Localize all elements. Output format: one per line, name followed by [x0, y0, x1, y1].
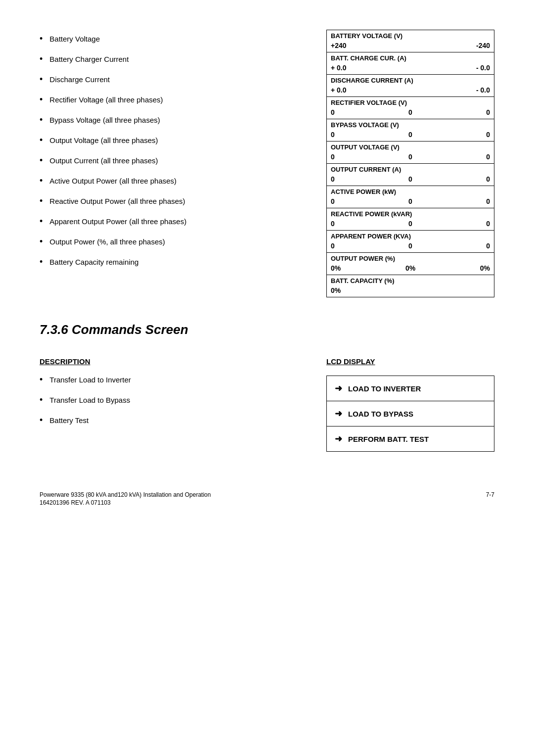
table-row: OUTPUT CURRENT (A)000 [327, 164, 494, 186]
list-item: Battery Capacity remaining [40, 258, 307, 267]
cell-values: 000 [327, 107, 494, 119]
cell-values: 000 [327, 130, 494, 141]
arrow-icon: ➜ [335, 383, 342, 394]
list-item: Battery Test [40, 416, 307, 425]
data-table: BATTERY VOLTAGE (V)+240-240BATT. CHARGE … [326, 30, 494, 297]
table-row: DISCHARGE CURRENT (A)+ 0.0- 0.0 [327, 75, 494, 97]
list-item: Reactive Output Power (all three phases) [40, 197, 307, 206]
cell-values: 000 [327, 174, 494, 186]
table-row: BATTERY VOLTAGE (V)+240-240 [327, 30, 494, 52]
list-item: Rectifier Voltage (all three phases) [40, 95, 307, 105]
table-row: OUTPUT POWER (%)0%0%0% [327, 253, 494, 275]
cell-values: + 0.0- 0.0 [327, 85, 494, 96]
bottom-left: DESCRIPTION Transfer Load to InverterTra… [40, 357, 307, 452]
cell-header: BATTERY VOLTAGE (V) [327, 30, 494, 41]
bottom-section: DESCRIPTION Transfer Load to InverterTra… [40, 357, 494, 452]
description-header: DESCRIPTION [40, 357, 307, 366]
page-layout: Battery VoltageBattery Charger CurrentDi… [40, 20, 494, 506]
lcd-row: ➜LOAD TO INVERTER [327, 376, 494, 401]
right-column: BATTERY VOLTAGE (V)+240-240BATT. CHARGE … [326, 30, 494, 297]
top-bullet-list: Battery VoltageBattery Charger CurrentDi… [40, 35, 307, 267]
list-item: Apparent Output Power (all three phases) [40, 217, 307, 227]
cell-header: DISCHARGE CURRENT (A) [327, 75, 494, 85]
lcd-row: ➜PERFORM BATT. TEST [327, 426, 494, 451]
table-row: ACTIVE POWER (kW)000 [327, 186, 494, 208]
list-item: Battery Voltage [40, 35, 307, 44]
lcd-row: ➜LOAD TO BYPASS [327, 401, 494, 426]
table-row: REACTIVE POWER (kVAR)000 [327, 208, 494, 231]
footer-line1: Powerware 9335 (80 kVA and120 kVA) Insta… [40, 491, 211, 498]
cell-values: +240-240 [327, 41, 494, 52]
cell-values: 000 [327, 196, 494, 208]
table-row: BATT. CHARGE CUR. (A)+ 0.0- 0.0 [327, 52, 494, 75]
table-row: APPARENT POWER (KVA)000 [327, 231, 494, 253]
list-item: Output Voltage (all three phases) [40, 136, 307, 145]
table-row: BATT. CAPACITY (%)0% [327, 275, 494, 297]
cell-header: OUTPUT POWER (%) [327, 253, 494, 263]
cell-values: 000 [327, 152, 494, 163]
cell-header: RECTIFIER VOLTAGE (V) [327, 97, 494, 107]
list-item: Output Power (%, all three phases) [40, 237, 307, 247]
list-item: Active Output Power (all three phases) [40, 177, 307, 186]
footer-line2: 164201396 REV. A 071103 [40, 499, 211, 506]
cell-header: OUTPUT VOLTAGE (V) [327, 142, 494, 152]
bottom-bullet-list: Transfer Load to InverterTransfer Load t… [40, 376, 307, 425]
table-row: RECTIFIER VOLTAGE (V)000 [327, 97, 494, 119]
footer: Powerware 9335 (80 kVA and120 kVA) Insta… [40, 491, 494, 506]
cell-header: BYPASS VOLTAGE (V) [327, 119, 494, 130]
lcd-label: PERFORM BATT. TEST [348, 435, 429, 443]
footer-page: 7-7 [486, 491, 494, 506]
table-row: OUTPUT VOLTAGE (V)000 [327, 142, 494, 164]
list-item: Transfer Load to Bypass [40, 396, 307, 405]
cell-header: ACTIVE POWER (kW) [327, 186, 494, 196]
cell-values: 000 [327, 219, 494, 230]
table-row: BYPASS VOLTAGE (V)000 [327, 119, 494, 142]
bottom-right: LCD DISPLAY ➜LOAD TO INVERTER➜LOAD TO BY… [326, 357, 494, 452]
list-item: Battery Charger Current [40, 55, 307, 64]
lcd-header: LCD DISPLAY [326, 357, 494, 366]
list-item: Transfer Load to Inverter [40, 376, 307, 385]
footer-left: Powerware 9335 (80 kVA and120 kVA) Insta… [40, 491, 211, 506]
lcd-display-box: ➜LOAD TO INVERTER➜LOAD TO BYPASS➜PERFORM… [326, 376, 494, 452]
cell-header: BATT. CAPACITY (%) [327, 275, 494, 285]
section-heading: 7.3.6 Commands Screen [40, 322, 494, 337]
cell-values: 0%0%0% [327, 263, 494, 275]
cell-header: BATT. CHARGE CUR. (A) [327, 52, 494, 63]
lcd-label: LOAD TO BYPASS [348, 410, 413, 418]
lcd-label: LOAD TO INVERTER [348, 384, 421, 393]
arrow-icon: ➜ [335, 433, 342, 444]
cell-header: OUTPUT CURRENT (A) [327, 164, 494, 174]
left-column: Battery VoltageBattery Charger CurrentDi… [40, 30, 307, 297]
cell-values: 000 [327, 241, 494, 252]
cell-header: REACTIVE POWER (kVAR) [327, 208, 494, 219]
arrow-icon: ➜ [335, 408, 342, 419]
cell-header: APPARENT POWER (KVA) [327, 231, 494, 241]
list-item: Discharge Current [40, 75, 307, 85]
list-item: Bypass Voltage (all three phases) [40, 116, 307, 125]
cell-values: + 0.0- 0.0 [327, 63, 494, 74]
list-item: Output Current (all three phases) [40, 156, 307, 166]
cell-values: 0% [327, 285, 494, 297]
top-section: Battery VoltageBattery Charger CurrentDi… [40, 30, 494, 297]
